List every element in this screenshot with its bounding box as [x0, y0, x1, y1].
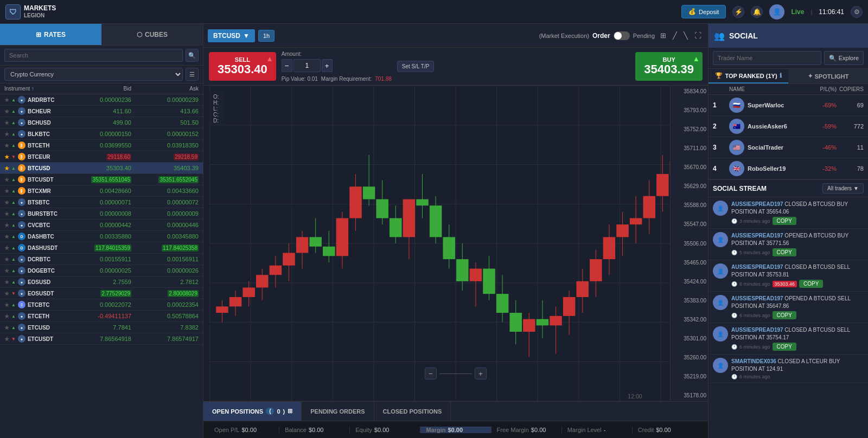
instrument-row[interactable]: ★ ▲ ● DOGEBTC 0.00000025 0.00000026 [0, 265, 203, 276]
trader-info: 🇺🇸 SocialTrader [729, 140, 804, 155]
ask-value: 0.00156911 [131, 256, 199, 262]
bid-value: 0.00022072 [64, 301, 131, 308]
instrument-row[interactable]: ★ ▲ ● BTSBTC 0.00000071 0.00000072 [0, 197, 203, 208]
instrument-row[interactable]: ★ ▲ ● ETCETH -0.49411137 0.50578864 [0, 311, 203, 322]
lightning-icon[interactable]: ⚡ [732, 6, 744, 18]
zoom-line [439, 373, 472, 374]
instrument-row[interactable]: ★ ▲ ● BCHEUR 411.60 413.66 [0, 106, 203, 117]
deposit-button[interactable]: 💰 Deposit [681, 5, 726, 18]
bid-value: 0.00000150 [64, 131, 131, 137]
instrument-row[interactable]: ★ ▲ ₿ BTCETH 0.03699550 0.03918350 [0, 140, 203, 151]
search-input[interactable] [4, 49, 183, 62]
trader-rank: 3 [713, 144, 729, 151]
copy-button[interactable]: COPY [773, 343, 796, 351]
instrument-row[interactable]: ★ ▲ ● ETCUSD 7.7841 7.8382 [0, 322, 203, 333]
indicators-btn[interactable]: ⊞ [658, 30, 668, 41]
instrument-row[interactable]: ★ ▲ D DASHBTC 0.00335880 0.00345880 [0, 231, 203, 242]
settings-icon[interactable]: ⚙ [851, 6, 863, 18]
currency-icon: ● [18, 119, 25, 126]
notification-icon[interactable]: 🔔 [751, 6, 763, 18]
instrument-name-text: BCHUSD [28, 120, 51, 126]
instrument-name: ★ ▲ ● BLKBTC [4, 130, 64, 138]
trader-row[interactable]: 1 🇷🇺 SuperWarloc -69% 69 [709, 95, 868, 116]
instrument-name: ★ ▲ ● ARDRBTC [4, 96, 64, 104]
deposit-icon: 💰 [688, 8, 696, 15]
logo: 🛡 MARKETS LEGION [5, 4, 56, 20]
bid-value: 0.00000025 [64, 267, 131, 274]
svg-rect-71 [537, 319, 548, 326]
bid-value: 29118.60 [64, 153, 131, 160]
zoom-out-btn[interactable]: − [425, 368, 437, 379]
tab-open-positions[interactable]: OPEN POSITIONS ( 0 ) ⊞ [203, 402, 302, 421]
tab-rates[interactable]: ⊞ RATES [0, 24, 101, 45]
avatar[interactable]: 👤 [769, 4, 784, 20]
instrument-row[interactable]: ★ ▼ ₿ BTCEUR 29118.60 29218.59 [0, 151, 203, 163]
tab-spotlight[interactable]: ✦ SPOTLIGHT [788, 69, 868, 83]
buy-button[interactable]: BUY 35403.39 ▲ [635, 52, 703, 80]
amount-decrease[interactable]: − [282, 59, 292, 72]
instrument-row[interactable]: ★ ▲ ● EOSUSD 2.7559 2.7812 [0, 276, 203, 288]
instrument-row[interactable]: ★ ▲ D DASHUSDT 117.84015359 117.84025358 [0, 242, 203, 254]
star-icon: ★ [4, 336, 9, 342]
trend-icon: ▲ [11, 246, 16, 250]
copy-button[interactable]: COPY [773, 217, 796, 225]
sl-tp-button[interactable]: Set S/L T/P [397, 61, 435, 72]
order-toggle[interactable] [614, 31, 630, 40]
copy-button[interactable]: COPY [799, 280, 823, 288]
instrument-row[interactable]: ★ ▲ ● BCHUSD 499.00 501.50 [0, 117, 203, 128]
all-traders-button[interactable]: All traders ▼ [822, 183, 864, 194]
ask-value: 29218.59 [131, 153, 199, 160]
svg-rect-73 [550, 316, 561, 325]
instrument-row[interactable]: ★ ▲ ● CVCBTC 0.00000442 0.00000446 [0, 220, 203, 231]
stream-avatar: 👤 [713, 358, 728, 373]
flag-icon: 🇬🇧 [733, 165, 741, 172]
social-stream-header: SOCIAL STREAM All traders ▼ [709, 180, 868, 197]
instrument-row[interactable]: ★ ▼ ● ETCUSDT 7.86564918 7.86574917 [0, 333, 203, 345]
logo-text: MARKETS LEGION [24, 5, 56, 18]
amount-control: − + [282, 59, 392, 72]
tab-closed-positions[interactable]: CLOSED POSITIONS [374, 402, 451, 421]
draw-down-btn[interactable]: ╲ [681, 30, 690, 41]
sell-button[interactable]: SELL 35303.40 ▲ [209, 52, 276, 80]
instrument-row[interactable]: ★ ▲ ₿ BTCUSDT 35351.6551045 35351.655204… [0, 174, 203, 185]
search-button[interactable]: 🔍 [186, 49, 199, 62]
trader-search-input[interactable] [713, 51, 821, 65]
copy-button[interactable]: COPY [773, 311, 796, 319]
amount-increase[interactable]: + [322, 59, 333, 72]
instrument-row[interactable]: ★ ▲ ● ARDRBTC 0.00000236 0.00000239 [0, 94, 203, 106]
category-filter[interactable]: Crypto Currency [4, 68, 183, 81]
price-level: 35342.00 [672, 317, 706, 323]
filter-list-btn[interactable]: ☰ [186, 68, 199, 81]
social-header: 👥 SOCIAL [709, 24, 868, 48]
price-level: 35588.00 [672, 202, 706, 208]
instrument-row[interactable]: ★ ▲ ● BURSTBTC 0.00000008 0.00000009 [0, 208, 203, 220]
amount-input[interactable] [293, 59, 321, 72]
ask-value: 501.50 [131, 119, 199, 126]
instrument-row[interactable]: ★ ▲ ● DCRBTC 0.00155911 0.00156911 [0, 254, 203, 265]
svg-rect-67 [509, 313, 521, 332]
ask-value: 2.7812 [131, 279, 199, 285]
instrument-row[interactable]: ★ ▲ ₿ BTCUSD 35303.40 35403.39 [0, 163, 203, 174]
ask-value: 0.00000072 [131, 199, 199, 205]
instrument-row[interactable]: ★ ▲ Ξ ETCBTC 0.00022072 0.00022354 [0, 299, 203, 311]
tab-pending-orders[interactable]: PENDING ORDERS [302, 402, 374, 421]
instrument-row[interactable]: ★ ▼ ● EOSUSDT 2.77529029 2.80008029 [0, 288, 203, 299]
trader-row[interactable]: 2 🇦🇺 AussieAsker6 -59% 772 [709, 116, 868, 137]
trader-row[interactable]: 3 🇺🇸 SocialTrader -46% 11 [709, 137, 868, 158]
symbol-selector[interactable]: BTCUSD ▼ [208, 29, 255, 42]
instrument-row[interactable]: ★ ▲ ₿ BTCXMR 0.00428660 0.00433660 [0, 185, 203, 197]
svg-rect-85 [630, 218, 642, 224]
tab-top-ranked[interactable]: 🏆 TOP RANKED (1Y) ℹ [709, 69, 788, 83]
trader-avatar: 🇷🇺 [729, 98, 744, 113]
trader-row[interactable]: 4 🇬🇧 RoboSeller19 -32% 78 [709, 158, 868, 179]
draw-line-btn[interactable]: ╱ [671, 30, 679, 41]
copy-button[interactable]: COPY [773, 248, 796, 256]
timeframe-1h[interactable]: 1h [258, 30, 275, 42]
stream-text: AUSSIESPREAD197 CLOSED A BTCUSD SELL POS… [731, 326, 864, 342]
fullscreen-btn[interactable]: ⛶ [692, 30, 704, 41]
instrument-row[interactable]: ★ ▲ ● BLKBTC 0.00000150 0.00000152 [0, 128, 203, 140]
tab-cubes[interactable]: ⬡ CUBES [101, 24, 203, 45]
instrument-name: ★ ▲ Ξ ETCBTC [4, 301, 64, 308]
explore-button[interactable]: 🔍 Explore [824, 51, 864, 65]
zoom-in-btn[interactable]: + [475, 368, 487, 379]
